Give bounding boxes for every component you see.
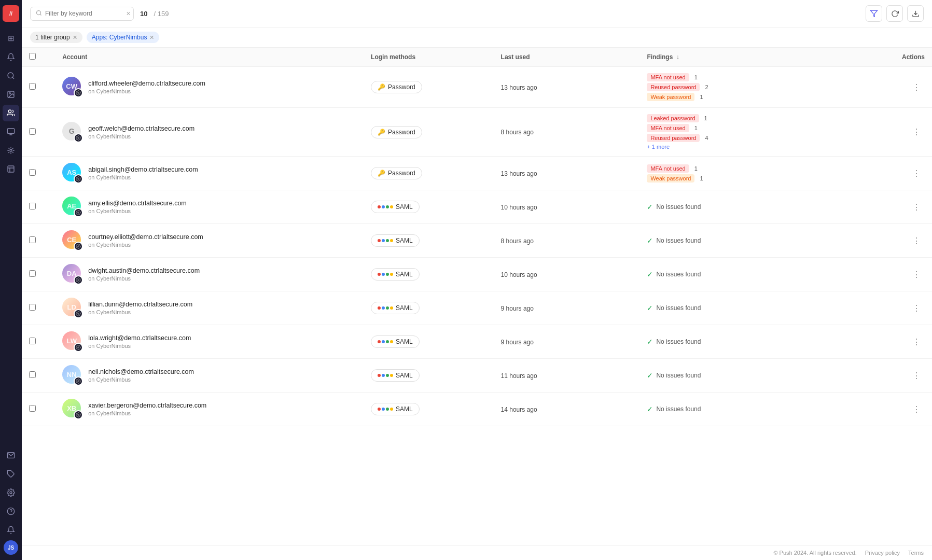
row-actions-menu[interactable]: ⋮ [874, 402, 925, 416]
account-cell: XB xavier.bergeron@demo.ctrlaltsecure.co… [55, 393, 364, 426]
privacy-link[interactable]: Privacy policy [865, 550, 900, 556]
login-method-cell: SAML [364, 190, 493, 224]
more-findings-link[interactable]: + 1 more [647, 144, 859, 150]
header-findings[interactable]: Findings ↓ [639, 48, 867, 67]
search-icon [36, 10, 42, 18]
row-actions-menu[interactable]: ⋮ [874, 80, 925, 94]
account-info: neil.nichols@demo.ctrlaltsecure.com on C… [88, 368, 194, 383]
svg-point-15 [78, 137, 79, 138]
finding-count: 1 [694, 165, 698, 172]
finding-row: Weak password 1 [647, 174, 859, 183]
row-checkbox-cell [22, 359, 55, 393]
filter-chip-app[interactable]: Apps: CyberNimbus ✕ [87, 32, 160, 43]
sidebar-item-integrations[interactable] [3, 142, 19, 159]
row-actions-menu[interactable]: ⋮ [874, 200, 925, 214]
row-checkbox[interactable] [29, 236, 36, 243]
sidebar-item-notifications[interactable] [3, 522, 19, 538]
row-checkbox-cell [22, 258, 55, 291]
sidebar-item-help[interactable] [3, 503, 19, 520]
row-checkbox[interactable] [29, 405, 36, 412]
login-method-pill: SAML [371, 234, 420, 247]
login-method-cell: 🔑 Password [364, 157, 493, 190]
login-method-pill: 🔑 Password [371, 126, 422, 138]
actions-cell: ⋮ [867, 258, 932, 291]
row-checkbox-cell [22, 393, 55, 426]
row-checkbox[interactable] [29, 371, 36, 378]
row-checkbox[interactable] [29, 128, 36, 135]
table-row: CW clifford.wheeler@demo.ctrlaltsecure.c… [22, 67, 932, 108]
row-actions-menu[interactable]: ⋮ [874, 268, 925, 282]
check-icon: ✓ [647, 304, 653, 312]
select-all-checkbox[interactable] [29, 53, 36, 60]
sidebar-item-image[interactable] [3, 86, 19, 103]
svg-point-3 [8, 110, 11, 113]
last-used-cell: 8 hours ago [494, 224, 640, 258]
findings-cell: MFA not used 1 Reused password 2 Weak pa… [647, 73, 859, 101]
row-actions-menu[interactable]: ⋮ [874, 166, 925, 180]
svg-point-17 [78, 212, 79, 214]
row-checkbox[interactable] [29, 338, 36, 344]
avatar-stack: G [62, 122, 83, 143]
search-box[interactable]: ✕ [30, 7, 134, 21]
account-info: clifford.wheeler@demo.ctrlaltsecure.com … [88, 80, 205, 94]
row-actions-menu[interactable]: ⋮ [874, 369, 925, 383]
app-avatar [74, 343, 83, 352]
account-cell: LW lola.wright@demo.ctrlaltsecure.com on… [55, 325, 364, 359]
avatar-stack: NN [62, 365, 83, 386]
terms-link[interactable]: Terms [908, 550, 924, 556]
sidebar-item-mail[interactable] [3, 447, 19, 464]
svg-point-5 [10, 149, 12, 151]
search-input[interactable] [45, 10, 123, 17]
row-actions-menu[interactable]: ⋮ [874, 301, 925, 315]
header-checkbox-col [22, 48, 55, 67]
sidebar-item-extensions[interactable] [3, 466, 19, 482]
filter-group-close[interactable]: ✕ [73, 34, 77, 41]
saml-icon [378, 408, 393, 411]
app-avatar [74, 376, 83, 386]
search-clear-icon[interactable]: ✕ [126, 10, 131, 17]
sidebar-item-users[interactable] [3, 105, 19, 121]
refresh-btn[interactable] [886, 5, 903, 22]
download-btn[interactable] [907, 5, 924, 22]
account-email: courtney.elliott@demo.ctrlaltsecure.com [88, 233, 203, 241]
user-avatar[interactable]: JS [4, 540, 18, 555]
row-checkbox[interactable] [29, 304, 36, 311]
table-row: LD lillian.dunn@demo.ctrlaltsecure.com o… [22, 291, 932, 325]
avatar-stack: LW [62, 331, 83, 352]
row-checkbox[interactable] [29, 83, 36, 90]
filter-app-close[interactable]: ✕ [149, 34, 154, 41]
findings-column-cell: ✓ No issues found [639, 393, 867, 426]
row-checkbox[interactable] [29, 169, 36, 176]
app-avatar [74, 88, 83, 97]
row-actions-menu[interactable]: ⋮ [874, 335, 925, 349]
account-info: abigail.singh@demo.ctrlaltsecure.com on … [88, 166, 198, 180]
sidebar-item-search[interactable] [3, 67, 19, 84]
svg-rect-4 [7, 129, 14, 133]
avatar-stack: LD [62, 298, 83, 318]
row-actions-menu[interactable]: ⋮ [874, 125, 925, 139]
row-actions-menu[interactable]: ⋮ [874, 234, 925, 248]
account-email: geoff.welch@demo.ctrlaltsecure.com [88, 125, 194, 132]
last-used-value: 9 hours ago [501, 305, 534, 312]
sidebar-item-home[interactable]: ⊞ [3, 30, 19, 47]
findings-column-cell: ✓ No issues found [639, 325, 867, 359]
sidebar-item-settings[interactable] [3, 484, 19, 501]
row-checkbox-cell [22, 108, 55, 157]
sidebar-item-alerts[interactable] [3, 49, 19, 65]
finding-row: Weak password 1 [647, 93, 859, 101]
account-cell: G geoff.welch@demo.ctrlaltsecure.com on … [55, 108, 364, 157]
sidebar-item-reports[interactable] [3, 161, 19, 177]
filter-icon-btn[interactable] [866, 5, 882, 22]
findings-column-cell: ✓ No issues found [639, 359, 867, 393]
finding-count: 2 [705, 84, 708, 90]
finding-row: MFA not used 1 [647, 124, 859, 132]
row-checkbox-cell [22, 157, 55, 190]
login-method-cell: SAML [364, 359, 493, 393]
sidebar-item-inventory[interactable] [3, 123, 19, 140]
findings-column-cell: Leaked password 1 MFA not used 1 Reused … [639, 108, 867, 157]
finding-badge: MFA not used [647, 124, 689, 132]
row-checkbox[interactable] [29, 203, 36, 209]
filter-chip-group[interactable]: 1 filter group ✕ [30, 32, 82, 43]
row-checkbox[interactable] [29, 270, 36, 277]
check-icon: ✓ [647, 270, 653, 278]
